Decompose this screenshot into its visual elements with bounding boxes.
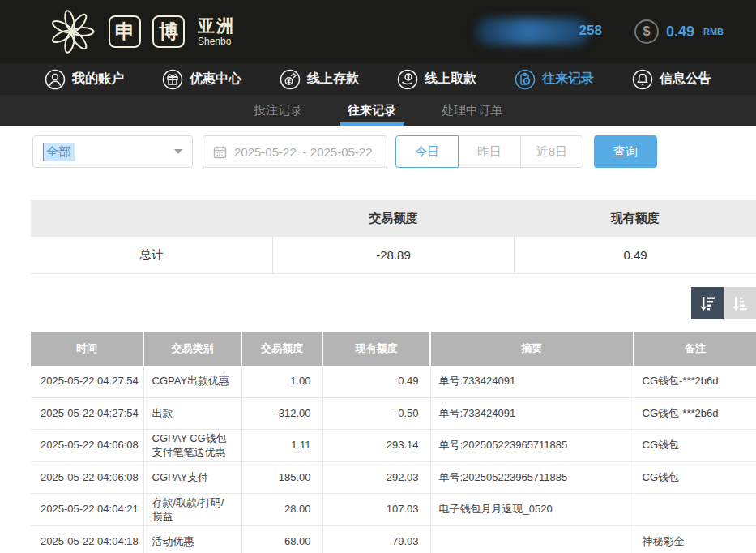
col-header-remark: 备注 [634, 332, 756, 366]
table-row: 2025-05-22 04:04:21 存款/取款/打码/损益 28.00 10… [31, 493, 756, 525]
nav-label: 往来记录 [542, 71, 594, 88]
balance-currency: RMB [703, 27, 724, 36]
cell-summary: 单号:733424091 [430, 397, 634, 429]
nav-item-deposit[interactable]: 线上存款 [280, 69, 359, 90]
nav-item-my-account[interactable]: 我的账户 [45, 69, 124, 90]
records-table: 时间 交易类别 交易额度 现有额度 摘要 备注 2025-05-22 04:27… [31, 332, 756, 553]
cell-remark: CG钱包-***2b6d [634, 366, 756, 397]
table-row: 2025-05-22 04:06:08 CGPAY支付 185.00 292.0… [31, 461, 756, 493]
date-range-value: 2025-05-22 ~ 2025-05-22 [234, 145, 373, 159]
user-icon [45, 69, 66, 90]
cell-summary: 单号:202505223965711885 [430, 429, 634, 461]
cell-amount: 185.00 [241, 461, 322, 493]
nav-label: 信息公告 [660, 71, 711, 88]
nav-label: 线上存款 [307, 71, 359, 88]
summary-header-row: 交易额度 现有额度 [31, 200, 756, 237]
flower-logo-icon [47, 6, 97, 57]
yesterday-button[interactable]: 昨日 [458, 135, 521, 168]
search-button[interactable]: 查询 [594, 135, 657, 168]
summary-total-label: 总计 [31, 237, 272, 274]
brand-char-1: 申 [109, 15, 141, 48]
brand-logo[interactable]: 申 博 亚洲 Shenbo [47, 6, 235, 57]
cell-category: CGPAY支付 [143, 461, 241, 493]
summary-current-total: 0.49 [515, 237, 756, 274]
cell-balance: 0.49 [322, 366, 430, 397]
table-row: 2025-05-22 04:06:08 CGPAY-CG钱包支付笔笔送优惠 1.… [31, 429, 756, 461]
balance-display[interactable]: $ 0.49 RMB [634, 19, 724, 44]
cell-remark: 神秘彩金 [634, 525, 756, 553]
nav-item-promotions[interactable]: 优惠中心 [162, 69, 241, 90]
cell-amount: -312.00 [241, 397, 322, 429]
cell-summary: 单号:733424091 [430, 366, 634, 397]
nav-item-transaction-records[interactable]: 往来记录 [515, 69, 594, 90]
summary-total-row: 总计 -28.89 0.49 [31, 237, 756, 274]
cell-balance: -0.50 [322, 397, 430, 429]
brand-region: 亚洲 [198, 17, 235, 34]
cell-summary: 电子钱包月月返现_0520 [430, 493, 634, 525]
sort-asc-icon [730, 294, 750, 313]
nav-item-withdraw[interactable]: 线上取款 [397, 69, 476, 90]
cell-summary: 单号:202505223965711885 [430, 461, 634, 493]
col-header-summary: 摘要 [430, 332, 634, 366]
col-header-category: 交易类别 [143, 332, 241, 366]
cell-balance: 293.14 [322, 429, 430, 461]
col-header-time: 时间 [31, 332, 143, 366]
cell-balance: 107.03 [322, 493, 430, 525]
nav-item-announcements[interactable]: 信息公告 [632, 69, 711, 90]
tab-pending-orders[interactable]: 处理中订单 [438, 95, 506, 126]
main-navigation: 我的账户 优惠中心 线上存款 线上取款 往来记录 [0, 63, 756, 95]
cell-balance: 292.03 [322, 461, 430, 493]
chevron-down-icon [174, 149, 182, 154]
calendar-icon [213, 145, 227, 159]
cell-time: 2025-05-22 04:04:21 [31, 493, 143, 525]
cell-remark: CG钱包 [634, 461, 756, 493]
cell-remark: CG钱包-***2b6d [634, 397, 756, 429]
col-header-balance: 现有额度 [322, 332, 430, 366]
category-select[interactable]: 全部 [32, 135, 193, 168]
censored-username [476, 19, 589, 45]
nav-label: 线上取款 [425, 71, 476, 88]
date-range-input[interactable]: 2025-05-22 ~ 2025-05-22 [203, 135, 387, 168]
currency-icon: $ [634, 19, 659, 44]
tab-betting-records[interactable]: 投注记录 [250, 95, 305, 126]
cell-category: 存款/取款/打码/损益 [143, 493, 241, 525]
cell-summary [430, 525, 634, 553]
sort-ascending-button[interactable] [724, 287, 756, 319]
nav-label: 优惠中心 [190, 71, 241, 88]
summary-transaction-total: -28.89 [272, 237, 514, 274]
col-header-amount: 交易额度 [241, 332, 322, 366]
cell-category: 活动优惠 [143, 525, 241, 553]
deposit-icon [280, 69, 301, 90]
cell-amount: 1.11 [241, 429, 322, 461]
summary-table: 交易额度 现有额度 总计 -28.89 0.49 [31, 200, 756, 274]
brand-char-2: 博 [152, 15, 185, 48]
tab-transaction-records[interactable]: 往来记录 [344, 95, 399, 126]
cell-category: 出款 [143, 397, 241, 429]
summary-header-current: 现有额度 [515, 200, 756, 237]
sub-navigation: 投注记录 往来记录 处理中订单 [0, 95, 756, 126]
sort-controls [31, 287, 756, 319]
category-selected-value: 全部 [43, 143, 75, 161]
cell-amount: 68.00 [241, 525, 322, 553]
sort-desc-icon [698, 294, 717, 313]
sort-descending-button[interactable] [691, 287, 724, 319]
cell-time: 2025-05-22 04:27:54 [31, 397, 143, 429]
last-8-days-button[interactable]: 近8日 [520, 135, 583, 168]
summary-header-transaction: 交易额度 [272, 200, 514, 237]
brand-latin: Shenbo [198, 36, 235, 46]
filter-toolbar: 全部 2025-05-22 ~ 2025-05-22 今日 昨日 近8日 查询 [32, 135, 756, 168]
cell-remark: CG钱包 [634, 429, 756, 461]
records-header-row: 时间 交易类别 交易额度 现有额度 摘要 备注 [31, 332, 756, 366]
gift-icon [162, 69, 183, 90]
balance-amount: 0.49 [666, 24, 694, 41]
cell-amount: 28.00 [241, 493, 322, 525]
nav-label: 我的账户 [72, 71, 124, 88]
table-row: 2025-05-22 04:27:54 CGPAY出款优惠 1.00 0.49 … [31, 366, 756, 397]
today-button[interactable]: 今日 [395, 135, 459, 168]
username-suffix: 258 [579, 23, 602, 39]
bell-icon [632, 69, 653, 90]
username-display[interactable]: 258 [476, 15, 613, 48]
cell-time: 2025-05-22 04:06:08 [31, 429, 143, 461]
cell-time: 2025-05-22 04:06:08 [31, 461, 143, 493]
cell-category: CGPAY-CG钱包支付笔笔送优惠 [143, 429, 241, 461]
